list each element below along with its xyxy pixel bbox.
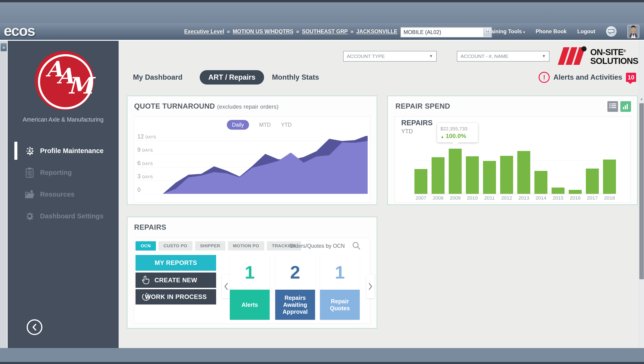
bar-rect[interactable]	[569, 190, 582, 194]
stat-card-2[interactable]: 1 Repair Quotes	[320, 255, 360, 320]
filter-tab-custo-po[interactable]: CUSTO PO	[159, 241, 193, 250]
stat-label: Repairs Awaiting Approval	[275, 290, 315, 320]
sidebar-item-label: Dashboard Settings	[40, 212, 104, 220]
sidebar-item-label: Profile Maintenance	[40, 147, 104, 155]
bar-2018[interactable]: 2018	[603, 149, 616, 194]
bar-year-label: 2016	[569, 195, 582, 201]
tab-my-dashboard[interactable]: My Dashboard	[133, 70, 183, 84]
repairs-card-title: REPAIRS	[134, 223, 166, 232]
breadcrumb-separator: »	[227, 28, 230, 35]
tab-monthly-stats[interactable]: Monthly Stats	[272, 70, 319, 84]
stat-card-1[interactable]: 2 Repairs Awaiting Approval	[275, 255, 315, 320]
bar-rect[interactable]	[517, 151, 530, 194]
sidebar-item-profile-maintenance[interactable]: Profile Maintenance	[8, 140, 119, 162]
quote-area-svg	[137, 136, 369, 194]
search-icon[interactable]	[352, 241, 361, 251]
bar-2011[interactable]: 2011	[483, 149, 496, 194]
logout-link[interactable]: Logout	[577, 28, 595, 35]
quote-chart-panel: Daily MTD YTD 12 DAYS 9 DAYS 6 DAYS 3 DA…	[134, 116, 370, 202]
bar-2009[interactable]: 2009	[449, 149, 462, 194]
sidebar-item-reporting[interactable]: Reporting	[8, 162, 119, 184]
sidebar-item-label: Resources	[40, 190, 74, 198]
my-reports-button[interactable]: MY REPORTS	[136, 255, 216, 271]
bar-year-label: 2012	[500, 195, 513, 201]
tab-art-repairs[interactable]: ART / Repairs	[200, 70, 264, 84]
bar-chart-view-icon[interactable]	[620, 101, 631, 112]
bar-year-label: 2013	[517, 195, 530, 201]
bar-2014[interactable]: 2014	[534, 149, 547, 194]
bar-rect[interactable]	[432, 157, 444, 194]
list-view-icon[interactable]	[607, 101, 618, 112]
onsite-logo-text: ON-SITE® SOLUTIONS	[590, 46, 638, 66]
filter-tab-motion-po[interactable]: MOTION PO	[228, 241, 264, 250]
scroll-up-arrow-icon[interactable]: ▲	[639, 97, 644, 101]
bar-2013[interactable]: 2013	[517, 149, 530, 194]
registered-mark: ®	[623, 49, 626, 53]
tooltip-change: ▲100.0%	[440, 132, 478, 140]
phone-book-link[interactable]: Phone Book	[536, 28, 567, 35]
bar-year-label: 2011	[483, 195, 496, 201]
breadcrumb-southeast-grp[interactable]: SOUTHEAST GRP	[302, 28, 348, 35]
bar-tooltip: $22,355,733 ▲100.0%	[437, 123, 478, 142]
bar-2010[interactable]: 2010	[466, 149, 479, 194]
bar-2007[interactable]: 2007	[414, 149, 427, 194]
alerts-and-activities[interactable]: ! Alerts and Activities 10	[539, 70, 636, 84]
bottom-edge	[0, 362, 644, 364]
bar-rect[interactable]	[449, 149, 462, 194]
stat-count: 1	[230, 255, 270, 290]
bar-2016[interactable]: 2016	[569, 149, 582, 194]
sidebar-item-dashboard-settings[interactable]: Dashboard Settings	[8, 205, 119, 227]
bar-rect[interactable]	[603, 160, 616, 194]
stat-card-0[interactable]: 1 Alerts	[230, 255, 270, 320]
user-avatar[interactable]	[627, 25, 639, 38]
aam-logo-letters: A A M	[35, 51, 94, 110]
breadcrumb-jacksonville[interactable]: JACKSONVILLE	[356, 28, 397, 35]
repairs-card: REPAIRS OCN CUSTO PO SHIPPER MOTION PO T…	[127, 217, 377, 328]
bar-year-label: 2009	[449, 195, 462, 201]
sidebar: A A M American Axle & Manufacturing Prof…	[8, 41, 119, 348]
up-arrow-icon: ▲	[440, 134, 444, 139]
account-type-value: ACCOUNT TYPE	[347, 54, 385, 59]
left-edge-strip	[0, 41, 8, 348]
breadcrumb: Executive Level » MOTION US W/HDQTRS » S…	[184, 23, 403, 40]
search-label: Orders/Quotes by OCN	[289, 243, 345, 249]
bar-rect[interactable]	[466, 156, 479, 194]
chat-icon[interactable]	[606, 26, 617, 37]
repairs-panel: OCN CUSTO PO SHIPPER MOTION PO TRACKING …	[134, 238, 370, 324]
work-in-process-button[interactable]: WORK IN PROCESS	[136, 289, 216, 304]
expand-panel-button[interactable]: »	[1, 43, 7, 52]
bar-2012[interactable]: 2012	[500, 149, 513, 194]
tooltip-value: $22,355,733	[440, 126, 478, 132]
bar-rect[interactable]	[500, 156, 513, 194]
area-series-lower	[163, 141, 368, 194]
bar-rect[interactable]	[483, 161, 496, 194]
filter-tab-shipper[interactable]: SHIPPER	[195, 241, 225, 250]
bar-rect[interactable]	[414, 169, 427, 194]
training-tools-menu[interactable]: Training Tools▾	[486, 28, 525, 35]
breadcrumb-executive-level[interactable]: Executive Level	[184, 28, 224, 35]
location-select[interactable]: MOBILE (AL02) ▼	[400, 27, 492, 38]
breadcrumb-motion-us[interactable]: MOTION US W/HDQTRS	[233, 28, 293, 35]
bar-rect[interactable]	[551, 188, 564, 194]
bar-year-label: 2007	[414, 195, 427, 201]
toggle-ytd[interactable]: YTD	[281, 122, 292, 128]
bar-2015[interactable]: 2015	[551, 149, 564, 194]
scrollbar-thumb[interactable]	[639, 103, 644, 279]
create-new-button[interactable]: CREATE NEW	[136, 272, 216, 288]
account-name-select[interactable]: ACCOUNT - #, NAME ▼	[457, 51, 549, 62]
sidebar-collapse-button[interactable]	[27, 319, 43, 335]
account-type-select[interactable]: ACCOUNT TYPE ▼	[343, 51, 437, 62]
spend-series-name: REPAIRS	[401, 119, 433, 127]
bar-rect[interactable]	[586, 168, 599, 194]
carousel-prev-button[interactable]	[222, 274, 230, 298]
bar-year-label: 2008	[432, 195, 444, 201]
bar-rect[interactable]	[534, 171, 547, 194]
page-scrollbar[interactable]: ▲	[639, 41, 644, 348]
onsite-solutions-logo: ON-SITE® SOLUTIONS	[559, 46, 644, 66]
bar-2017[interactable]: 2017	[586, 149, 599, 194]
filter-tab-ocn[interactable]: OCN	[136, 241, 156, 250]
sidebar-item-resources[interactable]: Resources	[8, 184, 119, 205]
bar-2008[interactable]: 2008	[432, 149, 444, 194]
toggle-mtd[interactable]: MTD	[259, 122, 271, 128]
carousel-next-button[interactable]	[366, 274, 375, 298]
